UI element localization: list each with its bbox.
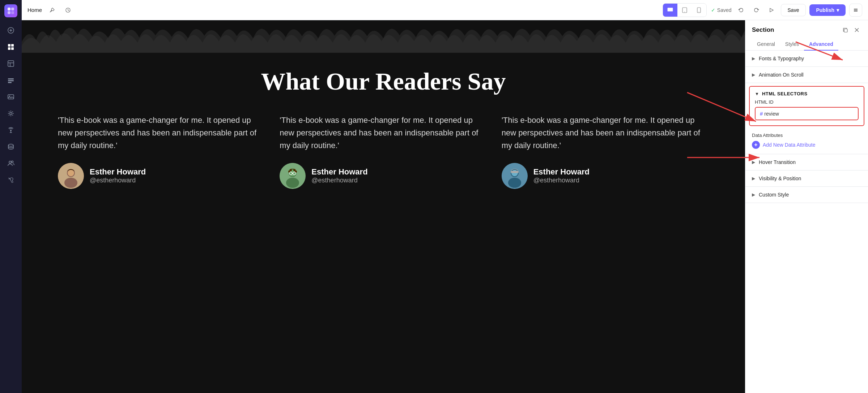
panel-copy-icon[interactable] xyxy=(841,25,850,35)
testimonial-text: 'This e-book was a game-changer for me. … xyxy=(280,114,487,152)
accordion-visibility-position: ▶ Visibility & Position xyxy=(745,170,868,187)
chevron-down-icon: ▼ xyxy=(755,91,759,96)
sidebar-item-layout[interactable] xyxy=(4,56,18,71)
sidebar-item-settings[interactable] xyxy=(4,106,18,121)
author-name: Esther Howard xyxy=(311,167,367,177)
html-id-label: HTML ID xyxy=(755,99,859,105)
author-avatar xyxy=(502,163,528,189)
svg-rect-7 xyxy=(8,44,10,47)
svg-point-52 xyxy=(290,169,292,171)
sidebar-item-image[interactable] xyxy=(4,90,18,104)
sidebar-item-widget[interactable] xyxy=(4,73,18,87)
data-attributes-label: Data Attributes xyxy=(752,133,861,138)
author-name: Esther Howard xyxy=(533,167,590,177)
html-selectors-header[interactable]: ▼ HTML SELECTORS xyxy=(750,87,864,99)
redo-button[interactable] xyxy=(750,4,762,16)
data-attributes-section: Data Attributes + Add New Data Attribute xyxy=(745,129,868,154)
accordion-animation-scroll-header[interactable]: ▶ Animation On Scroll xyxy=(745,67,868,83)
add-circle-icon: + xyxy=(752,141,760,149)
mobile-device-btn[interactable] xyxy=(692,4,706,17)
publish-button[interactable]: Publish ▾ xyxy=(809,4,846,16)
svg-marker-38 xyxy=(770,8,773,12)
author-info: Esther Howard @estherhoward xyxy=(90,167,146,184)
testimonial-author: Esther Howard @estherhoward xyxy=(502,163,709,189)
svg-rect-30 xyxy=(667,8,673,12)
menu-button[interactable] xyxy=(849,4,862,17)
accordion-visibility-position-header[interactable]: ▶ Visibility & Position xyxy=(745,170,868,186)
accordion-fonts-typography-label: Fonts & Typography xyxy=(759,56,804,61)
panel-tabs: General Styles Advanced xyxy=(752,38,861,50)
saved-check-icon: ✓ xyxy=(711,7,715,13)
canvas-area: What Our Readers Say 'This e-book was a … xyxy=(22,20,745,393)
accordion-animation-scroll-label: Animation On Scroll xyxy=(759,72,804,78)
tab-styles[interactable]: Styles xyxy=(780,38,804,51)
svg-point-45 xyxy=(68,170,74,176)
sidebar-item-broadcast[interactable] xyxy=(4,123,18,137)
author-info: Esther Howard @estherhoward xyxy=(311,167,367,184)
author-handle: @estherhoward xyxy=(533,177,590,184)
svg-rect-2 xyxy=(8,11,10,14)
svg-point-23 xyxy=(8,144,13,146)
html-id-input[interactable] xyxy=(764,111,854,117)
author-info: Esther Howard @estherhoward xyxy=(533,167,590,184)
chevron-right-icon: ▶ xyxy=(752,56,755,61)
author-avatar xyxy=(58,163,84,189)
left-sidebar xyxy=(0,0,22,393)
svg-point-44 xyxy=(64,178,77,188)
testimonial-card: 'This e-book was a game-changer for me. … xyxy=(280,114,487,189)
right-panel: Section General Styles Advanced ▶ Fonts … xyxy=(745,20,868,393)
history-icon[interactable] xyxy=(62,4,74,16)
accordion-custom-style-label: Custom Style xyxy=(759,192,789,198)
testimonial-author: Esther Howard @estherhoward xyxy=(58,163,265,189)
add-data-attribute-button[interactable]: + Add New Data Attribute xyxy=(752,141,861,149)
tab-general[interactable]: General xyxy=(752,38,780,51)
undo-button[interactable] xyxy=(735,4,747,16)
svg-line-28 xyxy=(50,11,51,12)
sidebar-item-grid[interactable] xyxy=(4,40,18,54)
svg-point-24 xyxy=(9,161,11,163)
save-button[interactable]: Save xyxy=(781,4,806,16)
sidebar-item-tools[interactable] xyxy=(4,173,18,187)
html-id-input-wrapper: # xyxy=(755,107,859,120)
panel-close-icon[interactable] xyxy=(852,25,861,35)
saved-status: ✓ Saved xyxy=(711,7,732,13)
chevron-right-icon: ▶ xyxy=(752,176,755,181)
accordion-fonts-typography: ▶ Fonts & Typography xyxy=(745,51,868,67)
accordion-custom-style-header[interactable]: ▶ Custom Style xyxy=(745,187,868,203)
svg-point-48 xyxy=(286,178,299,188)
saved-label: Saved xyxy=(717,7,732,13)
svg-rect-14 xyxy=(8,78,14,79)
panel-title: Section xyxy=(752,26,774,34)
accordion-hover-transition-header[interactable]: ▶ Hover Transition xyxy=(745,154,868,170)
svg-rect-61 xyxy=(511,171,519,173)
author-avatar xyxy=(280,163,306,189)
testimonial-text: 'This e-book was a game-changer for me. … xyxy=(58,114,265,152)
device-buttons xyxy=(663,3,707,17)
tab-advanced[interactable]: Advanced xyxy=(804,38,838,51)
top-bar: Home ✓ Saved Save Publish xyxy=(22,0,868,20)
desktop-device-btn[interactable] xyxy=(663,4,677,17)
svg-rect-17 xyxy=(8,95,14,99)
svg-line-27 xyxy=(9,178,9,179)
svg-point-53 xyxy=(293,169,295,171)
svg-point-59 xyxy=(508,178,521,188)
app-logo[interactable] xyxy=(4,4,17,17)
sidebar-item-users[interactable] xyxy=(4,156,18,170)
testimonial-text: 'This e-book was a game-changer for me. … xyxy=(502,114,709,152)
svg-point-19 xyxy=(10,112,12,115)
svg-rect-1 xyxy=(11,8,14,10)
html-selectors-label: HTML SELECTORS xyxy=(762,91,808,96)
pin-icon[interactable] xyxy=(46,4,58,16)
add-data-attribute-label: Add New Data Attribute xyxy=(763,142,816,148)
sidebar-item-add[interactable] xyxy=(4,23,18,38)
svg-point-35 xyxy=(684,12,685,12)
preview-button[interactable] xyxy=(766,4,777,16)
accordion-animation-scroll: ▶ Animation On Scroll xyxy=(745,67,868,83)
accordion-fonts-typography-header[interactable]: ▶ Fonts & Typography xyxy=(745,51,868,66)
svg-rect-9 xyxy=(8,47,10,50)
chevron-right-icon: ▶ xyxy=(752,72,755,77)
publish-label: Publish xyxy=(816,7,834,13)
sidebar-item-database[interactable] xyxy=(4,139,18,154)
tablet-device-btn[interactable] xyxy=(677,4,692,17)
svg-rect-0 xyxy=(8,8,10,10)
